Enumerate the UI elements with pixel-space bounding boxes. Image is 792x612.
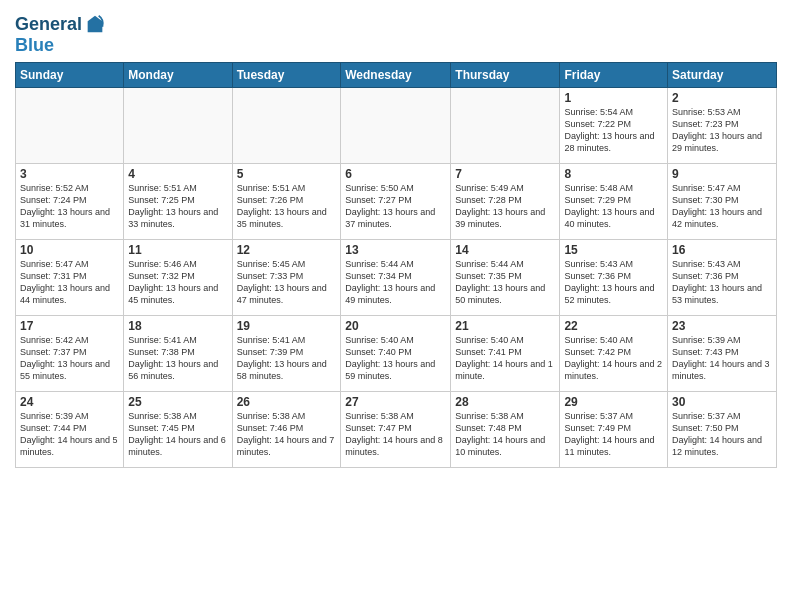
calendar-cell <box>16 87 124 163</box>
logo: General Blue <box>15 14 106 56</box>
calendar-cell: 4Sunrise: 5:51 AM Sunset: 7:25 PM Daylig… <box>124 163 232 239</box>
calendar-table: SundayMondayTuesdayWednesdayThursdayFrid… <box>15 62 777 468</box>
weekday-header-sunday: Sunday <box>16 62 124 87</box>
weekday-header-saturday: Saturday <box>668 62 777 87</box>
cell-info: Sunrise: 5:48 AM Sunset: 7:29 PM Dayligh… <box>564 182 663 231</box>
calendar-cell: 24Sunrise: 5:39 AM Sunset: 7:44 PM Dayli… <box>16 391 124 467</box>
calendar-cell: 11Sunrise: 5:46 AM Sunset: 7:32 PM Dayli… <box>124 239 232 315</box>
calendar-cell: 21Sunrise: 5:40 AM Sunset: 7:41 PM Dayli… <box>451 315 560 391</box>
calendar-cell <box>232 87 341 163</box>
cell-info: Sunrise: 5:43 AM Sunset: 7:36 PM Dayligh… <box>564 258 663 307</box>
calendar-week-5: 24Sunrise: 5:39 AM Sunset: 7:44 PM Dayli… <box>16 391 777 467</box>
calendar-cell: 27Sunrise: 5:38 AM Sunset: 7:47 PM Dayli… <box>341 391 451 467</box>
cell-info: Sunrise: 5:39 AM Sunset: 7:43 PM Dayligh… <box>672 334 772 383</box>
day-number: 20 <box>345 319 446 333</box>
calendar-cell: 18Sunrise: 5:41 AM Sunset: 7:38 PM Dayli… <box>124 315 232 391</box>
day-number: 25 <box>128 395 227 409</box>
weekday-header-monday: Monday <box>124 62 232 87</box>
cell-info: Sunrise: 5:54 AM Sunset: 7:22 PM Dayligh… <box>564 106 663 155</box>
calendar-cell: 12Sunrise: 5:45 AM Sunset: 7:33 PM Dayli… <box>232 239 341 315</box>
header: General Blue <box>15 10 777 56</box>
calendar-week-2: 3Sunrise: 5:52 AM Sunset: 7:24 PM Daylig… <box>16 163 777 239</box>
day-number: 7 <box>455 167 555 181</box>
cell-info: Sunrise: 5:52 AM Sunset: 7:24 PM Dayligh… <box>20 182 119 231</box>
weekday-header-thursday: Thursday <box>451 62 560 87</box>
day-number: 8 <box>564 167 663 181</box>
day-number: 16 <box>672 243 772 257</box>
cell-info: Sunrise: 5:45 AM Sunset: 7:33 PM Dayligh… <box>237 258 337 307</box>
calendar-week-1: 1Sunrise: 5:54 AM Sunset: 7:22 PM Daylig… <box>16 87 777 163</box>
calendar-cell: 19Sunrise: 5:41 AM Sunset: 7:39 PM Dayli… <box>232 315 341 391</box>
calendar-cell <box>451 87 560 163</box>
day-number: 10 <box>20 243 119 257</box>
calendar-cell <box>124 87 232 163</box>
main-container: General Blue SundayMondayTuesdayWednesda… <box>0 0 792 473</box>
calendar-cell: 7Sunrise: 5:49 AM Sunset: 7:28 PM Daylig… <box>451 163 560 239</box>
calendar-cell: 25Sunrise: 5:38 AM Sunset: 7:45 PM Dayli… <box>124 391 232 467</box>
cell-info: Sunrise: 5:44 AM Sunset: 7:34 PM Dayligh… <box>345 258 446 307</box>
cell-info: Sunrise: 5:40 AM Sunset: 7:42 PM Dayligh… <box>564 334 663 383</box>
calendar-week-4: 17Sunrise: 5:42 AM Sunset: 7:37 PM Dayli… <box>16 315 777 391</box>
cell-info: Sunrise: 5:37 AM Sunset: 7:49 PM Dayligh… <box>564 410 663 459</box>
calendar-header-row: SundayMondayTuesdayWednesdayThursdayFrid… <box>16 62 777 87</box>
calendar-cell: 30Sunrise: 5:37 AM Sunset: 7:50 PM Dayli… <box>668 391 777 467</box>
cell-info: Sunrise: 5:41 AM Sunset: 7:39 PM Dayligh… <box>237 334 337 383</box>
calendar-cell <box>341 87 451 163</box>
calendar-cell: 29Sunrise: 5:37 AM Sunset: 7:49 PM Dayli… <box>560 391 668 467</box>
day-number: 11 <box>128 243 227 257</box>
day-number: 4 <box>128 167 227 181</box>
day-number: 21 <box>455 319 555 333</box>
cell-info: Sunrise: 5:38 AM Sunset: 7:45 PM Dayligh… <box>128 410 227 459</box>
calendar-cell: 10Sunrise: 5:47 AM Sunset: 7:31 PM Dayli… <box>16 239 124 315</box>
day-number: 19 <box>237 319 337 333</box>
day-number: 30 <box>672 395 772 409</box>
cell-info: Sunrise: 5:53 AM Sunset: 7:23 PM Dayligh… <box>672 106 772 155</box>
calendar-cell: 9Sunrise: 5:47 AM Sunset: 7:30 PM Daylig… <box>668 163 777 239</box>
day-number: 9 <box>672 167 772 181</box>
day-number: 24 <box>20 395 119 409</box>
day-number: 26 <box>237 395 337 409</box>
cell-info: Sunrise: 5:49 AM Sunset: 7:28 PM Dayligh… <box>455 182 555 231</box>
weekday-header-wednesday: Wednesday <box>341 62 451 87</box>
cell-info: Sunrise: 5:47 AM Sunset: 7:31 PM Dayligh… <box>20 258 119 307</box>
calendar-cell: 1Sunrise: 5:54 AM Sunset: 7:22 PM Daylig… <box>560 87 668 163</box>
calendar-cell: 8Sunrise: 5:48 AM Sunset: 7:29 PM Daylig… <box>560 163 668 239</box>
day-number: 23 <box>672 319 772 333</box>
calendar-cell: 3Sunrise: 5:52 AM Sunset: 7:24 PM Daylig… <box>16 163 124 239</box>
cell-info: Sunrise: 5:46 AM Sunset: 7:32 PM Dayligh… <box>128 258 227 307</box>
calendar-cell: 15Sunrise: 5:43 AM Sunset: 7:36 PM Dayli… <box>560 239 668 315</box>
cell-info: Sunrise: 5:43 AM Sunset: 7:36 PM Dayligh… <box>672 258 772 307</box>
day-number: 28 <box>455 395 555 409</box>
day-number: 1 <box>564 91 663 105</box>
day-number: 22 <box>564 319 663 333</box>
cell-info: Sunrise: 5:51 AM Sunset: 7:25 PM Dayligh… <box>128 182 227 231</box>
day-number: 13 <box>345 243 446 257</box>
calendar-cell: 13Sunrise: 5:44 AM Sunset: 7:34 PM Dayli… <box>341 239 451 315</box>
weekday-header-friday: Friday <box>560 62 668 87</box>
day-number: 2 <box>672 91 772 105</box>
calendar-week-3: 10Sunrise: 5:47 AM Sunset: 7:31 PM Dayli… <box>16 239 777 315</box>
cell-info: Sunrise: 5:39 AM Sunset: 7:44 PM Dayligh… <box>20 410 119 459</box>
day-number: 3 <box>20 167 119 181</box>
day-number: 15 <box>564 243 663 257</box>
calendar-cell: 28Sunrise: 5:38 AM Sunset: 7:48 PM Dayli… <box>451 391 560 467</box>
cell-info: Sunrise: 5:44 AM Sunset: 7:35 PM Dayligh… <box>455 258 555 307</box>
day-number: 29 <box>564 395 663 409</box>
calendar-cell: 22Sunrise: 5:40 AM Sunset: 7:42 PM Dayli… <box>560 315 668 391</box>
cell-info: Sunrise: 5:38 AM Sunset: 7:47 PM Dayligh… <box>345 410 446 459</box>
logo-blue: Blue <box>15 36 106 56</box>
cell-info: Sunrise: 5:38 AM Sunset: 7:48 PM Dayligh… <box>455 410 555 459</box>
day-number: 12 <box>237 243 337 257</box>
weekday-header-tuesday: Tuesday <box>232 62 341 87</box>
calendar-cell: 5Sunrise: 5:51 AM Sunset: 7:26 PM Daylig… <box>232 163 341 239</box>
cell-info: Sunrise: 5:50 AM Sunset: 7:27 PM Dayligh… <box>345 182 446 231</box>
cell-info: Sunrise: 5:40 AM Sunset: 7:40 PM Dayligh… <box>345 334 446 383</box>
calendar-cell: 20Sunrise: 5:40 AM Sunset: 7:40 PM Dayli… <box>341 315 451 391</box>
day-number: 14 <box>455 243 555 257</box>
cell-info: Sunrise: 5:38 AM Sunset: 7:46 PM Dayligh… <box>237 410 337 459</box>
calendar-cell: 23Sunrise: 5:39 AM Sunset: 7:43 PM Dayli… <box>668 315 777 391</box>
cell-info: Sunrise: 5:51 AM Sunset: 7:26 PM Dayligh… <box>237 182 337 231</box>
logo-name: General <box>15 15 82 35</box>
calendar-cell: 2Sunrise: 5:53 AM Sunset: 7:23 PM Daylig… <box>668 87 777 163</box>
day-number: 18 <box>128 319 227 333</box>
